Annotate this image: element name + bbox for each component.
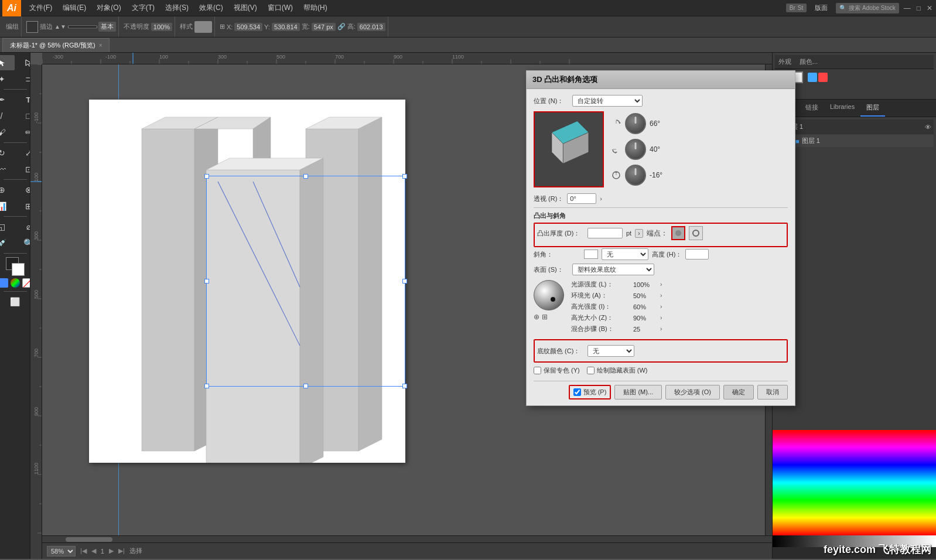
menu-help[interactable]: 帮助(H) bbox=[299, 1, 332, 15]
preview-checkbox-label[interactable]: 预览 (P) bbox=[570, 387, 610, 398]
cancel-btn[interactable]: 取消 bbox=[757, 385, 788, 399]
appearance-red[interactable] bbox=[818, 73, 828, 82]
light-intensity-arrow[interactable]: › bbox=[660, 281, 662, 288]
menu-text[interactable]: 文字(T) bbox=[127, 1, 159, 15]
warp-tool[interactable]: 〰 bbox=[0, 162, 15, 177]
position-select[interactable]: 自定旋转 bbox=[572, 95, 643, 107]
zoom-tool[interactable]: 🔍 bbox=[16, 235, 31, 251]
extrude-depth-input[interactable]: 860 bbox=[587, 228, 623, 238]
free-transform-tool[interactable]: ⊡ bbox=[16, 162, 31, 177]
highlight-size-arrow[interactable]: › bbox=[660, 315, 662, 321]
appearance-cyan[interactable] bbox=[808, 73, 817, 82]
minimize-btn[interactable]: — bbox=[903, 3, 912, 13]
gradient-btn[interactable] bbox=[11, 278, 20, 288]
maximize-btn[interactable]: □ bbox=[915, 3, 922, 13]
rotation-dial-2[interactable] bbox=[625, 139, 646, 160]
gradient-tool[interactable]: ◱ bbox=[0, 219, 15, 234]
light-add-btn[interactable]: ⊕ bbox=[534, 313, 539, 321]
lasso-tool[interactable]: ⊃ bbox=[16, 71, 31, 87]
menu-view[interactable]: 视图(V) bbox=[229, 1, 262, 15]
color-gradient[interactable] bbox=[773, 430, 936, 535]
live-paint-tool[interactable]: ⊗ bbox=[16, 182, 31, 197]
pencil-tool[interactable]: ✏ bbox=[16, 125, 31, 140]
line-tool[interactable]: / bbox=[0, 108, 15, 124]
svg-text:-100: -100 bbox=[33, 112, 39, 123]
nav-end[interactable]: ▶| bbox=[118, 547, 125, 555]
layer-1[interactable]: 👁 ■ 图层 1 bbox=[775, 135, 934, 147]
preserve-spot-input[interactable] bbox=[534, 367, 541, 374]
menu-edit[interactable]: 编辑(E) bbox=[58, 1, 91, 15]
blend-steps-arrow[interactable]: › bbox=[660, 326, 662, 332]
rotate-tool[interactable]: ↻ bbox=[0, 145, 15, 161]
extrude-arrow[interactable]: › bbox=[635, 229, 643, 238]
texture-color-select[interactable]: 无 bbox=[587, 345, 634, 357]
select-tool[interactable] bbox=[0, 55, 15, 70]
right-panel: 外观 颜色... 画板 链接 Libraries 图层 bbox=[772, 53, 936, 559]
blend-tool[interactable]: ⌀ bbox=[16, 219, 31, 234]
close-btn[interactable]: ✕ bbox=[925, 3, 934, 13]
dialog-title-bar[interactable]: 3D 凸出和斜角选项 bbox=[527, 71, 795, 89]
menu-file[interactable]: 文件(F) bbox=[25, 1, 57, 15]
ambient-row: 环境光 (A)： 50% › bbox=[571, 291, 788, 300]
tab-libraries[interactable]: Libraries bbox=[824, 100, 860, 117]
draw-hidden-input[interactable] bbox=[587, 367, 595, 374]
draw-hidden-checkbox[interactable]: 绘制隐藏表面 (W) bbox=[587, 366, 648, 375]
doc-tab-close[interactable]: × bbox=[99, 42, 103, 49]
menu-window[interactable]: 窗口(W) bbox=[263, 1, 298, 15]
zoom-select[interactable]: 58% bbox=[47, 546, 76, 556]
menu-effect[interactable]: 效果(C) bbox=[194, 1, 228, 15]
bevel-height-input[interactable]: 4 pt bbox=[685, 249, 709, 259]
tab-links[interactable]: 链接 bbox=[800, 100, 824, 117]
preview-checkbox[interactable] bbox=[573, 388, 581, 396]
rect-tool[interactable]: □ bbox=[16, 108, 31, 124]
menu-select[interactable]: 选择(S) bbox=[160, 1, 193, 15]
nav-prev[interactable]: ◀ bbox=[91, 547, 96, 555]
layers-header-eye[interactable]: 👁 bbox=[925, 124, 931, 131]
mesh-tool[interactable]: ⊞ bbox=[16, 199, 31, 214]
extrude-depth-label: 凸出厚度 (D)： bbox=[537, 229, 584, 238]
rotation-dial-3[interactable] bbox=[625, 165, 646, 186]
watermark: feyite.com 飞特教程网 bbox=[824, 542, 931, 556]
eyedropper-tool[interactable]: 💉 bbox=[0, 235, 15, 251]
map-btn[interactable]: 贴图 (M)... bbox=[614, 385, 662, 399]
fewer-options-btn[interactable]: 较少选项 (O) bbox=[665, 385, 720, 399]
preserve-spot-checkbox[interactable]: 保留专色 (Y) bbox=[534, 366, 580, 375]
rotation-dial-1[interactable] bbox=[625, 113, 646, 134]
color-tab-link[interactable]: 颜色... bbox=[797, 56, 820, 67]
artboard-tool[interactable]: ⬜ bbox=[2, 294, 28, 309]
menu-layout[interactable]: 版面 bbox=[810, 2, 832, 13]
magic-wand-tool[interactable]: ✦ bbox=[0, 71, 15, 87]
color-btn[interactable] bbox=[0, 278, 8, 288]
scrollbar-h-thumb[interactable] bbox=[66, 537, 112, 542]
stroke-color-box[interactable] bbox=[12, 263, 25, 276]
column-graph-tool[interactable]: 📊 bbox=[0, 199, 15, 214]
light-ball[interactable] bbox=[534, 280, 564, 310]
toolbar-fill-stroke: 描边 ▲▼ 基本 bbox=[24, 16, 119, 37]
cap-btn-flat[interactable] bbox=[689, 226, 703, 240]
perspective-input[interactable]: 0° bbox=[567, 193, 596, 204]
doc-tab-active[interactable]: 未标题-1* @ 58% (RGB/预览) × bbox=[2, 38, 110, 52]
ok-btn[interactable]: 确定 bbox=[723, 385, 754, 399]
svg-marker-65 bbox=[206, 170, 300, 463]
cap-btn-round[interactable] bbox=[671, 226, 685, 240]
surface-select[interactable]: 塑料效果底纹 bbox=[572, 264, 654, 275]
appearance-tab[interactable]: 外观 bbox=[776, 56, 794, 67]
light-settings-btn[interactable]: ⊞ bbox=[542, 313, 548, 321]
ambient-arrow[interactable]: › bbox=[660, 292, 662, 299]
bevel-select[interactable]: 无 bbox=[602, 248, 648, 260]
nav-next[interactable]: ▶ bbox=[109, 547, 114, 555]
tab-layers[interactable]: 图层 bbox=[860, 100, 885, 117]
menu-object[interactable]: 对象(O) bbox=[92, 1, 125, 15]
fill-swatch[interactable] bbox=[26, 21, 38, 33]
direct-select-tool[interactable] bbox=[16, 55, 31, 70]
pen-tool[interactable]: ✒ bbox=[0, 92, 15, 107]
none-btn[interactable] bbox=[22, 278, 31, 288]
text-tool[interactable]: T bbox=[16, 92, 31, 107]
paintbrush-tool[interactable]: 🖌 bbox=[0, 125, 15, 140]
nav-start[interactable]: |◀ bbox=[80, 547, 87, 555]
scrollbar-horizontal[interactable] bbox=[42, 535, 772, 542]
scale-tool[interactable]: ⤢ bbox=[16, 145, 31, 161]
cube-preview[interactable] bbox=[534, 111, 604, 187]
shape-builder-tool[interactable]: ⊕ bbox=[0, 182, 15, 197]
highlight-intensity-arrow[interactable]: › bbox=[660, 303, 662, 310]
